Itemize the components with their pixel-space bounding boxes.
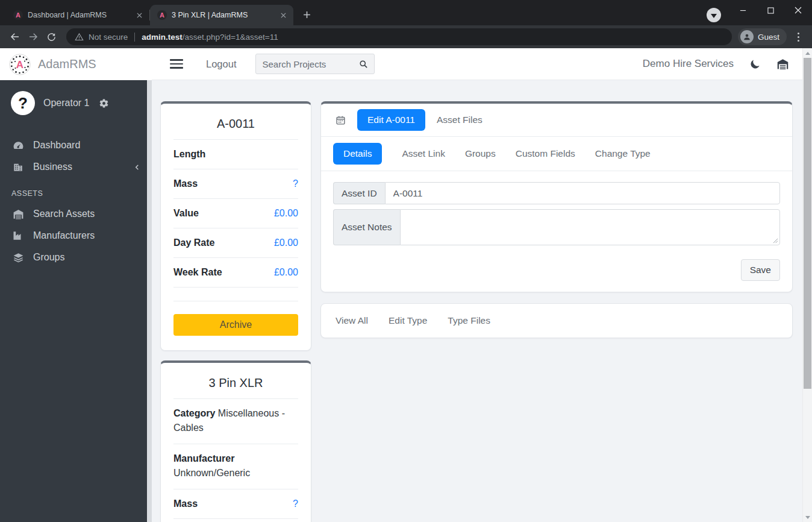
sidebar-item-business[interactable]: Business [0, 156, 152, 178]
type-row-category: Category Miscellaneous - Cables [173, 399, 298, 444]
reload-icon[interactable] [42, 28, 60, 46]
layer-group-icon [11, 252, 25, 263]
chevron-left-icon [134, 164, 140, 171]
tab-change-type[interactable]: Change Type [595, 148, 651, 159]
scrollbar-down-icon[interactable] [803, 512, 812, 522]
scrollbar-up-icon[interactable] [803, 48, 812, 58]
project-search-box[interactable] [255, 54, 375, 74]
spec-row-week-rate: Week Rate £0.00 [173, 258, 298, 288]
spec-row-empty [173, 288, 298, 301]
edit-type-link[interactable]: Edit Type [389, 315, 427, 326]
archive-button[interactable]: Archive [173, 314, 298, 336]
sidebar-item-label: Business [33, 162, 72, 172]
maximize-button[interactable] [757, 0, 784, 20]
asset-id-input[interactable] [385, 182, 780, 204]
mass-help-link[interactable]: ? [293, 178, 298, 189]
asset-notes-group: Asset Notes [333, 209, 780, 245]
app-root: A AdamRMS ? Operator 1 Dashboard [0, 48, 812, 522]
mass-help-link[interactable]: ? [293, 498, 298, 509]
back-icon[interactable] [6, 28, 24, 46]
media-controls-icon[interactable] [707, 8, 721, 22]
user-row: ? Operator 1 [0, 80, 152, 126]
type-links-card: View All Edit Type Type Files [320, 303, 793, 338]
warehouse-icon [11, 209, 25, 220]
resize-grip-icon[interactable] [773, 238, 778, 244]
type-files-link[interactable]: Type Files [448, 315, 490, 326]
page-scrollbar[interactable] [802, 48, 812, 522]
save-button[interactable]: Save [741, 259, 780, 281]
instance-name[interactable]: Demo Hire Services [643, 58, 734, 70]
type-row-manufacturer: Manufacturer Unknown/Generic [173, 444, 298, 489]
page-content: A-0011 Length Mass ? Value £0.00 [152, 80, 802, 522]
user-settings-gear-icon[interactable] [99, 98, 109, 108]
editor-main-tabs: Edit A-0011 Asset Files [321, 104, 792, 137]
calendar-icon[interactable] [336, 115, 346, 125]
tab-custom-fields[interactable]: Custom Fields [516, 148, 575, 159]
adamrms-logo-icon: A [9, 54, 31, 75]
sidebar-item-manufacturers[interactable]: Manufacturers [0, 225, 152, 247]
sidebar-item-groups[interactable]: Groups [0, 247, 152, 268]
main-area: Logout Demo Hire Services [152, 48, 802, 522]
sidebar-item-search-assets[interactable]: Search Assets [0, 203, 152, 225]
view-all-link[interactable]: View All [336, 315, 368, 326]
security-label: Not secure [89, 33, 128, 42]
editor-sub-tabs: Details Asset Link Groups Custom Fields … [321, 137, 792, 171]
spec-row-day-rate: Day Rate £0.00 [173, 228, 298, 258]
address-bar[interactable]: Not secure admin.test/asset.php?id=1&ass… [66, 28, 732, 45]
tab-asset-files[interactable]: Asset Files [437, 115, 483, 125]
browser-window: A Dashboard | AdamRMS A 3 Pin XLR | Adam… [0, 0, 812, 522]
minimize-button[interactable] [729, 0, 757, 20]
close-button[interactable] [784, 0, 812, 20]
profile-chip[interactable]: Guest [738, 28, 787, 45]
tab-groups[interactable]: Groups [465, 148, 496, 159]
sidebar-nav: Dashboard Business ASSETS Searc [0, 126, 152, 268]
user-name: Operator 1 [43, 98, 89, 108]
profile-label: Guest [758, 33, 779, 42]
scrollbar-thumb[interactable] [804, 58, 811, 389]
sidebar-item-label: Groups [33, 252, 64, 263]
tab-close-icon[interactable] [134, 10, 145, 20]
asset-notes-textarea[interactable] [400, 209, 780, 245]
not-secure-warning-icon [75, 33, 84, 42]
svg-text:A: A [16, 59, 23, 71]
type-row-value-cutoff: Value [173, 519, 298, 522]
forward-icon[interactable] [24, 28, 42, 46]
brand-name: AdamRMS [38, 57, 96, 71]
location-warehouse-icon[interactable] [776, 58, 789, 71]
sidebar-item-dashboard[interactable]: Dashboard [0, 134, 152, 156]
tab-title: 3 Pin XLR | AdamRMS [172, 11, 273, 19]
asset-details-form: Asset ID Asset Notes [321, 171, 792, 292]
tab-close-icon[interactable] [278, 10, 289, 20]
industry-icon [11, 230, 25, 241]
left-column: A-0011 Length Mass ? Value £0.00 [160, 101, 311, 522]
brand-header[interactable]: A AdamRMS [0, 48, 152, 80]
url-domain: admin.test [142, 33, 183, 42]
tab-edit-asset[interactable]: Edit A-0011 [357, 109, 425, 131]
hamburger-menu-icon[interactable] [170, 59, 183, 69]
sidebar-scrollbar[interactable] [147, 80, 152, 522]
browser-menu-icon[interactable] [790, 29, 806, 45]
sidebar-item-label: Search Assets [33, 209, 95, 219]
browser-tab-asset[interactable]: A 3 Pin XLR | AdamRMS [150, 5, 293, 25]
business-building-icon [11, 162, 25, 172]
new-tab-button[interactable] [298, 6, 315, 23]
asset-editor-card: Edit A-0011 Asset Files Details Asset Li… [320, 101, 793, 292]
browser-tab-dashboard[interactable]: A Dashboard | AdamRMS [6, 5, 149, 25]
sidebar-item-label: Dashboard [33, 140, 80, 151]
logout-link[interactable]: Logout [206, 58, 236, 70]
sidebar-section-assets: ASSETS [0, 178, 152, 203]
type-card-title: 3 Pin XLR [173, 363, 298, 399]
window-controls [729, 0, 812, 20]
dark-mode-moon-icon[interactable] [749, 58, 761, 70]
tab-details[interactable]: Details [333, 143, 382, 165]
search-input[interactable] [262, 59, 355, 69]
tab-asset-link[interactable]: Asset Link [402, 148, 445, 159]
asset-type-card: 3 Pin XLR Category Miscellaneous - Cable… [160, 360, 311, 522]
search-icon[interactable] [359, 60, 368, 69]
type-row-mass: Mass ? [173, 489, 298, 519]
browser-tabstrip: A Dashboard | AdamRMS A 3 Pin XLR | Adam… [0, 0, 812, 25]
user-avatar[interactable]: ? [11, 91, 35, 115]
manufacturer-value: Unknown/Generic [173, 466, 298, 480]
profile-avatar-icon [740, 30, 754, 43]
asset-card-title: A-0011 [173, 104, 298, 140]
